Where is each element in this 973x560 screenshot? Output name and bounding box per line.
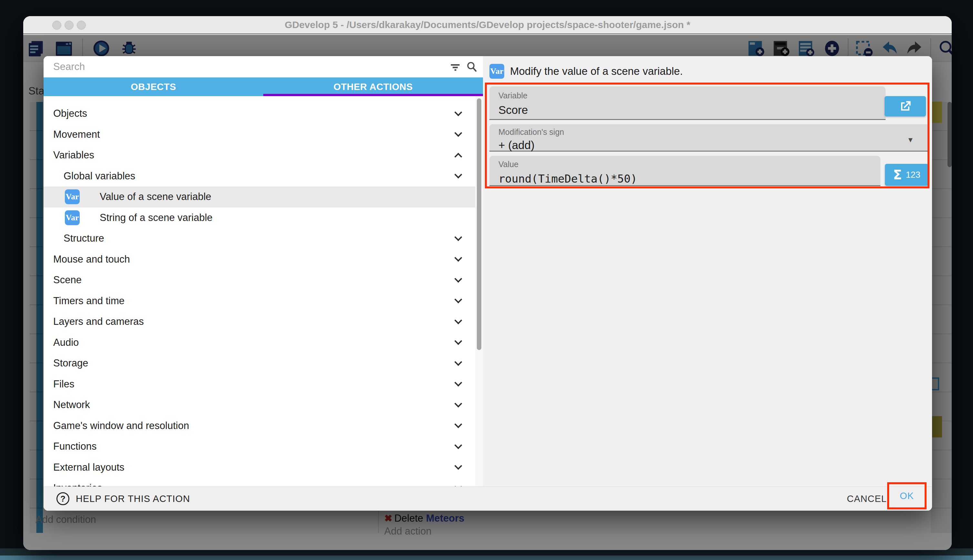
list-item[interactable]: Variables — [43, 145, 475, 166]
list-item[interactable]: VarString of a scene variable — [43, 207, 475, 228]
value-field[interactable]: Value round(TimeDelta()*50) — [490, 156, 880, 186]
search-bar — [43, 56, 483, 77]
action-header: Var Modify the value of a scene variable… — [490, 64, 683, 79]
list-item[interactable]: Objects — [43, 103, 475, 124]
list-item[interactable]: External layouts — [43, 457, 475, 478]
var-icon: Var — [65, 210, 80, 225]
modification-sign-value: + (add) — [498, 139, 930, 152]
list-item[interactable]: Game's window and resolution — [43, 415, 475, 437]
var-icon: Var — [65, 189, 80, 204]
ok-highlight-box: OK — [887, 482, 926, 509]
chevron-down-icon — [454, 317, 462, 324]
tab-objects[interactable]: OBJECTS — [43, 77, 263, 96]
chevron-down-icon — [454, 441, 462, 449]
help-for-action-button[interactable]: ? HELP FOR THIS ACTION — [57, 492, 190, 505]
window-title: GDevelop 5 - /Users/dkarakay/Documents/G… — [23, 19, 952, 30]
chevron-down-icon — [454, 275, 462, 283]
minimize-window-button[interactable] — [65, 21, 73, 30]
chevron-down-icon — [454, 379, 462, 387]
list-item-label: Inventories — [53, 482, 102, 487]
list-item[interactable]: VarValue of a scene variable — [43, 187, 475, 207]
dialog-tabs: OBJECTS OTHER ACTIONS — [43, 77, 483, 96]
chevron-down-icon — [454, 420, 462, 428]
choose-action-dialog: OBJECTS OTHER ACTIONS ObjectsMovementVar… — [43, 56, 932, 511]
list-item-label: Network — [53, 399, 90, 411]
list-item-label: Timers and time — [53, 295, 125, 307]
list-item[interactable]: Timers and time — [43, 291, 475, 312]
list-item[interactable]: Storage — [43, 353, 475, 374]
action-title: Modify the value of a scene variable. — [510, 65, 683, 77]
list-item[interactable]: Structure — [43, 228, 475, 249]
variable-field[interactable]: Variable Score — [490, 87, 886, 120]
chevron-down-icon — [454, 358, 462, 366]
list-item-label: Storage — [53, 357, 88, 369]
tab-other-actions[interactable]: OTHER ACTIONS — [263, 77, 483, 96]
list-item-label: Files — [53, 378, 74, 390]
action-category-list: ObjectsMovementVariablesGlobal variables… — [43, 96, 475, 487]
list-item[interactable]: Scene — [43, 270, 475, 291]
chevron-down-icon — [454, 233, 462, 241]
list-item-label: Game's window and resolution — [53, 420, 189, 432]
list-item-label: Scene — [53, 274, 82, 286]
help-label: HELP FOR THIS ACTION — [76, 493, 190, 504]
list-item-label: Mouse and touch — [53, 253, 130, 265]
list-item-label: Movement — [53, 129, 100, 140]
list-item-label: Objects — [53, 108, 87, 119]
chevron-down-icon — [454, 462, 462, 470]
list-item[interactable]: Inventories — [43, 478, 475, 487]
desktop-wallpaper-strip — [0, 555, 973, 560]
variable-field-value: Score — [498, 103, 886, 117]
chevron-down-icon — [454, 337, 462, 345]
list-item[interactable]: Files — [43, 374, 475, 395]
list-item-label: String of a scene variable — [100, 212, 213, 223]
value-field-label: Value — [498, 160, 880, 169]
list-item-label: Functions — [53, 441, 97, 452]
help-icon: ? — [57, 492, 69, 505]
var-icon: Var — [490, 64, 504, 79]
list-item[interactable]: Layers and cameras — [43, 311, 475, 332]
list-item[interactable]: Movement — [43, 124, 475, 145]
ok-button[interactable]: OK — [900, 491, 914, 501]
dropdown-arrow-icon: ▼ — [907, 136, 914, 144]
list-item[interactable]: Functions — [43, 436, 475, 457]
action-detail-pane: Var Modify the value of a scene variable… — [483, 56, 932, 487]
dialog-footer: ? HELP FOR THIS ACTION CANCEL OK — [43, 487, 932, 511]
action-list-pane: OBJECTS OTHER ACTIONS ObjectsMovementVar… — [43, 56, 483, 487]
list-item-label: Global variables — [63, 170, 135, 182]
modification-sign-label: Modification's sign — [498, 127, 930, 137]
chevron-down-icon — [454, 129, 462, 137]
chevron-down-icon — [454, 295, 462, 303]
search-input[interactable] — [53, 59, 440, 75]
chevron-down-icon — [454, 108, 462, 116]
list-item-label: Variables — [53, 149, 94, 161]
close-window-button[interactable] — [52, 21, 61, 30]
list-item[interactable]: Audio — [43, 332, 475, 353]
list-item-label: Layers and cameras — [53, 316, 144, 327]
zoom-window-button[interactable] — [77, 21, 86, 30]
chevron-down-icon — [454, 254, 462, 262]
variable-field-label: Variable — [498, 91, 886, 100]
search-icon[interactable] — [465, 61, 478, 73]
modification-sign-select[interactable]: Modification's sign + (add) ▼ — [490, 124, 930, 152]
list-item-label: External layouts — [53, 462, 125, 473]
expression-editor-button[interactable]: Σ 123 — [885, 164, 928, 186]
list-scrollbar-thumb[interactable] — [477, 98, 482, 350]
open-in-new-icon — [898, 99, 912, 113]
value-field-expression: round(TimeDelta()*50) — [498, 172, 880, 185]
chevron-down-icon — [454, 400, 462, 407]
sigma-digits: 123 — [906, 170, 920, 180]
list-item[interactable]: Network — [43, 395, 475, 415]
filter-icon[interactable] — [450, 61, 461, 73]
list-item-label: Value of a scene variable — [100, 191, 211, 203]
open-variables-button[interactable] — [885, 96, 926, 117]
list-item[interactable]: Global variables — [43, 166, 475, 187]
chevron-up-icon — [454, 153, 462, 160]
active-tab-underline — [263, 94, 483, 96]
chevron-down-icon — [454, 171, 462, 178]
chevron-down-icon — [454, 483, 462, 487]
list-item[interactable]: Mouse and touch — [43, 249, 475, 270]
sigma-icon: Σ — [893, 167, 902, 182]
list-item-label: Structure — [63, 233, 104, 244]
title-bar: GDevelop 5 - /Users/dkarakay/Documents/G… — [23, 16, 952, 34]
cancel-button[interactable]: CANCEL — [840, 487, 893, 511]
